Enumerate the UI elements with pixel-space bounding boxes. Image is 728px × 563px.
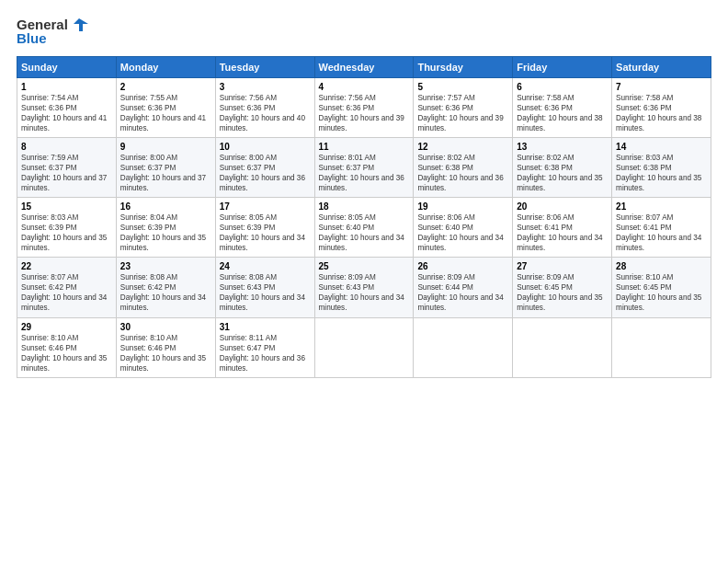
svg-marker-0 xyxy=(74,18,88,31)
day-number: 1 xyxy=(21,82,112,92)
calendar-cell-27: 27 Sunrise: 8:09 AMSunset: 6:45 PMDaylig… xyxy=(513,258,612,317)
day-number: 26 xyxy=(417,261,508,271)
calendar-cell-24: 24 Sunrise: 8:08 AMSunset: 6:43 PMDaylig… xyxy=(215,258,314,317)
cell-info: Sunrise: 8:00 AMSunset: 6:37 PMDaylight:… xyxy=(220,154,305,192)
cell-info: Sunrise: 8:06 AMSunset: 6:41 PMDaylight:… xyxy=(517,213,602,252)
weekday-header-row: SundayMondayTuesdayWednesdayThursdayFrid… xyxy=(17,56,711,77)
cell-info: Sunrise: 8:01 AMSunset: 6:37 PMDaylight:… xyxy=(319,154,404,192)
day-number: 5 xyxy=(417,82,508,92)
page-header: General Blue xyxy=(17,17,711,47)
calendar-cell-11: 11 Sunrise: 8:01 AMSunset: 6:37 PMDaylig… xyxy=(314,137,414,197)
cell-info: Sunrise: 8:10 AMSunset: 6:46 PMDaylight:… xyxy=(21,334,107,373)
empty-cell xyxy=(612,317,711,377)
cell-info: Sunrise: 8:05 AMSunset: 6:40 PMDaylight:… xyxy=(319,213,404,252)
calendar-cell-25: 25 Sunrise: 8:09 AMSunset: 6:43 PMDaylig… xyxy=(314,258,414,317)
day-number: 18 xyxy=(319,201,410,212)
cell-info: Sunrise: 8:07 AMSunset: 6:41 PMDaylight:… xyxy=(616,213,701,252)
cell-info: Sunrise: 8:00 AMSunset: 6:37 PMDaylight:… xyxy=(120,154,206,192)
calendar-cell-9: 9 Sunrise: 8:00 AMSunset: 6:37 PMDayligh… xyxy=(116,137,215,197)
cell-info: Sunrise: 8:08 AMSunset: 6:42 PMDaylight:… xyxy=(120,273,206,312)
day-number: 7 xyxy=(616,82,707,92)
logo-bird-icon xyxy=(70,17,90,33)
day-number: 19 xyxy=(417,201,508,212)
cell-info: Sunrise: 8:09 AMSunset: 6:44 PMDaylight:… xyxy=(417,273,503,312)
day-number: 25 xyxy=(319,261,410,271)
day-number: 16 xyxy=(120,201,211,212)
weekday-header-friday: Friday xyxy=(513,56,612,77)
cell-info: Sunrise: 7:57 AMSunset: 6:36 PMDaylight:… xyxy=(417,94,503,132)
cell-info: Sunrise: 8:03 AMSunset: 6:39 PMDaylight:… xyxy=(21,213,107,252)
cell-info: Sunrise: 7:54 AMSunset: 6:36 PMDaylight:… xyxy=(21,94,107,132)
day-number: 24 xyxy=(220,261,311,271)
cell-info: Sunrise: 8:11 AMSunset: 6:47 PMDaylight:… xyxy=(220,334,305,373)
calendar-cell-8: 8 Sunrise: 7:59 AMSunset: 6:37 PMDayligh… xyxy=(17,137,117,197)
day-number: 15 xyxy=(21,201,112,212)
day-number: 12 xyxy=(417,142,508,152)
day-number: 22 xyxy=(21,261,112,271)
calendar-cell-23: 23 Sunrise: 8:08 AMSunset: 6:42 PMDaylig… xyxy=(116,258,215,317)
cell-info: Sunrise: 8:09 AMSunset: 6:43 PMDaylight:… xyxy=(319,273,404,312)
weekday-header-monday: Monday xyxy=(116,56,215,77)
cell-info: Sunrise: 8:04 AMSunset: 6:39 PMDaylight:… xyxy=(120,213,206,252)
calendar-cell-17: 17 Sunrise: 8:05 AMSunset: 6:39 PMDaylig… xyxy=(215,198,314,258)
day-number: 3 xyxy=(220,82,311,92)
cell-info: Sunrise: 7:59 AMSunset: 6:37 PMDaylight:… xyxy=(21,154,107,192)
logo-text-block: General Blue xyxy=(17,17,90,47)
cell-info: Sunrise: 7:58 AMSunset: 6:36 PMDaylight:… xyxy=(517,94,602,132)
cell-info: Sunrise: 8:07 AMSunset: 6:42 PMDaylight:… xyxy=(21,273,107,312)
calendar-week-5: 29 Sunrise: 8:10 AMSunset: 6:46 PMDaylig… xyxy=(17,317,711,377)
cell-info: Sunrise: 8:03 AMSunset: 6:38 PMDaylight:… xyxy=(616,154,701,192)
weekday-header-tuesday: Tuesday xyxy=(215,56,314,77)
cell-info: Sunrise: 8:10 AMSunset: 6:46 PMDaylight:… xyxy=(120,334,206,373)
calendar-cell-19: 19 Sunrise: 8:06 AMSunset: 6:40 PMDaylig… xyxy=(414,198,513,258)
calendar-cell-31: 31 Sunrise: 8:11 AMSunset: 6:47 PMDaylig… xyxy=(215,317,314,377)
calendar-cell-14: 14 Sunrise: 8:03 AMSunset: 6:38 PMDaylig… xyxy=(612,137,711,197)
calendar-cell-10: 10 Sunrise: 8:00 AMSunset: 6:37 PMDaylig… xyxy=(215,137,314,197)
day-number: 30 xyxy=(120,322,211,332)
calendar-cell-20: 20 Sunrise: 8:06 AMSunset: 6:41 PMDaylig… xyxy=(513,198,612,258)
day-number: 8 xyxy=(21,142,112,152)
day-number: 2 xyxy=(120,82,211,92)
calendar-week-1: 1 Sunrise: 7:54 AMSunset: 6:36 PMDayligh… xyxy=(17,77,711,137)
day-number: 10 xyxy=(220,142,311,152)
day-number: 6 xyxy=(517,82,608,92)
calendar-cell-12: 12 Sunrise: 8:02 AMSunset: 6:38 PMDaylig… xyxy=(414,137,513,197)
day-number: 17 xyxy=(220,201,311,212)
day-number: 28 xyxy=(616,261,707,271)
calendar-week-3: 15 Sunrise: 8:03 AMSunset: 6:39 PMDaylig… xyxy=(17,198,711,258)
calendar-cell-26: 26 Sunrise: 8:09 AMSunset: 6:44 PMDaylig… xyxy=(414,258,513,317)
weekday-header-thursday: Thursday xyxy=(414,56,513,77)
calendar-cell-16: 16 Sunrise: 8:04 AMSunset: 6:39 PMDaylig… xyxy=(116,198,215,258)
weekday-header-saturday: Saturday xyxy=(612,56,711,77)
calendar-cell-30: 30 Sunrise: 8:10 AMSunset: 6:46 PMDaylig… xyxy=(116,317,215,377)
calendar-cell-28: 28 Sunrise: 8:10 AMSunset: 6:45 PMDaylig… xyxy=(612,258,711,317)
calendar-cell-3: 3 Sunrise: 7:56 AMSunset: 6:36 PMDayligh… xyxy=(215,77,314,137)
calendar-cell-15: 15 Sunrise: 8:03 AMSunset: 6:39 PMDaylig… xyxy=(17,198,117,258)
day-number: 4 xyxy=(319,82,410,92)
calendar-week-2: 8 Sunrise: 7:59 AMSunset: 6:37 PMDayligh… xyxy=(17,137,711,197)
calendar-cell-6: 6 Sunrise: 7:58 AMSunset: 6:36 PMDayligh… xyxy=(513,77,612,137)
weekday-header-wednesday: Wednesday xyxy=(314,56,414,77)
day-number: 31 xyxy=(220,322,311,332)
cell-info: Sunrise: 8:08 AMSunset: 6:43 PMDaylight:… xyxy=(220,273,305,312)
cell-info: Sunrise: 7:56 AMSunset: 6:36 PMDaylight:… xyxy=(319,94,404,132)
cell-info: Sunrise: 7:58 AMSunset: 6:36 PMDaylight:… xyxy=(616,94,701,132)
cell-info: Sunrise: 8:09 AMSunset: 6:45 PMDaylight:… xyxy=(517,273,602,312)
cell-info: Sunrise: 8:05 AMSunset: 6:39 PMDaylight:… xyxy=(220,213,305,252)
cell-info: Sunrise: 8:06 AMSunset: 6:40 PMDaylight:… xyxy=(417,213,503,252)
calendar-cell-4: 4 Sunrise: 7:56 AMSunset: 6:36 PMDayligh… xyxy=(314,77,414,137)
logo-blue: Blue xyxy=(17,31,47,47)
day-number: 20 xyxy=(517,201,608,212)
logo: General Blue xyxy=(17,17,90,47)
day-number: 9 xyxy=(120,142,211,152)
cell-info: Sunrise: 7:55 AMSunset: 6:36 PMDaylight:… xyxy=(120,94,206,132)
day-number: 21 xyxy=(616,201,707,212)
calendar-week-4: 22 Sunrise: 8:07 AMSunset: 6:42 PMDaylig… xyxy=(17,258,711,317)
cell-info: Sunrise: 8:02 AMSunset: 6:38 PMDaylight:… xyxy=(417,154,503,192)
day-number: 14 xyxy=(616,142,707,152)
empty-cell xyxy=(414,317,513,377)
calendar-cell-13: 13 Sunrise: 8:02 AMSunset: 6:38 PMDaylig… xyxy=(513,137,612,197)
calendar-cell-18: 18 Sunrise: 8:05 AMSunset: 6:40 PMDaylig… xyxy=(314,198,414,258)
cell-info: Sunrise: 8:02 AMSunset: 6:38 PMDaylight:… xyxy=(517,154,602,192)
calendar-cell-29: 29 Sunrise: 8:10 AMSunset: 6:46 PMDaylig… xyxy=(17,317,117,377)
